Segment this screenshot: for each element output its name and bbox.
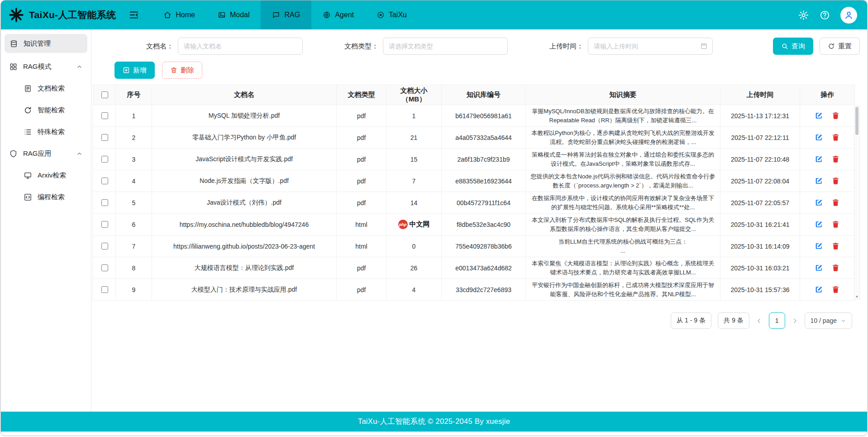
reset-button[interactable]: 重置 <box>820 38 860 55</box>
doc-type-input[interactable] <box>383 38 508 55</box>
doc-type-label: 文档类型： <box>344 42 378 51</box>
kb-summary: 平安银行作为中国金融创新的标杆，已成功将大模型技术深度应用于智能客服、风险评估和… <box>529 281 716 298</box>
row-select-cell <box>93 127 116 149</box>
edit-icon[interactable] <box>815 242 823 250</box>
delete-icon[interactable] <box>831 133 840 142</box>
help-icon[interactable] <box>819 10 830 21</box>
kb-summary: 本教程以Python为核心，逐步构建从贪吃蛇到飞机大战的完整游戏开发流程。贪吃蛇… <box>529 129 716 146</box>
delete-icon[interactable] <box>831 111 840 120</box>
sidebar-item-rag-mode[interactable]: RAG模式 <box>1 56 91 77</box>
delete-icon[interactable] <box>831 155 840 163</box>
edit-icon[interactable] <box>815 198 823 207</box>
settings-gear-icon[interactable] <box>798 10 809 21</box>
sidebar-item-doc-search[interactable]: 文档检索 <box>1 77 91 99</box>
row-checkbox[interactable] <box>101 134 108 141</box>
kb-summary: 策略模式是一种将算法封装在独立对象中，通过组合和委托实现多态的设计模式。在Jav… <box>529 150 716 168</box>
delete-icon[interactable] <box>831 264 840 272</box>
kb-summary: 本文深入剖析了分布式数据库中SQL的解析及执行全过程。SQL作为关系型数据库的核… <box>529 216 716 233</box>
delete-icon[interactable] <box>831 242 840 250</box>
add-button-label: 新增 <box>133 66 147 75</box>
row-index: 8 <box>116 257 152 279</box>
edit-icon[interactable] <box>815 111 823 120</box>
doc-type: pdf <box>337 149 386 170</box>
sidebar-item-rag-apps[interactable]: RAG应用 <box>1 143 91 164</box>
app-logo-icon <box>8 7 24 23</box>
row-actions <box>800 149 855 170</box>
doc-name: MySQL 加锁处理分析.pdf <box>152 105 337 127</box>
nav-item-rag[interactable]: RAG <box>261 0 311 29</box>
upload-time: 2025-11-13 17:12:31 <box>720 105 800 127</box>
add-button[interactable]: 新增 <box>114 62 155 79</box>
edit-icon[interactable] <box>815 285 823 294</box>
delete-icon[interactable] <box>831 198 840 207</box>
sidebar-item-special-search[interactable]: 特殊检索 <box>1 121 91 143</box>
sidebar-item-label: RAG应用 <box>23 149 52 158</box>
footer: TaiXu-人工智能系统 © 2025-2045 By xuesjie <box>1 412 867 432</box>
edit-icon[interactable] <box>815 155 823 163</box>
documents-table: 序号文档名文档类型文档大小（MB）知识库编号知识摘要上传时间操作 1MySQL … <box>93 85 855 301</box>
refresh-icon <box>24 106 32 115</box>
edit-icon[interactable] <box>815 220 823 229</box>
row-checkbox[interactable] <box>101 178 108 184</box>
row-checkbox[interactable] <box>101 199 108 206</box>
delete-icon[interactable] <box>831 285 840 294</box>
pagination-next-icon[interactable] <box>792 317 798 324</box>
top-header: TaiXu-人工智能系统 HomeModalRAGAgentTaiXu <box>1 0 867 29</box>
row-checkbox[interactable] <box>101 243 108 250</box>
php-logo-text: 中文网 <box>410 220 430 229</box>
doc-name: Node.js开发指南（文字版）.pdf <box>152 170 337 192</box>
kb-summary-cell: 在数据库同步系统中，设计模式的协同应用有效解决了复杂业务场景下的扩展性与稳定性问… <box>526 192 720 214</box>
scrollbar-thumb[interactable] <box>855 107 858 135</box>
sidebar-item-smart-search[interactable]: 智能检索 <box>1 99 91 121</box>
delete-button[interactable]: 删除 <box>162 62 202 79</box>
doc-size: 7 <box>412 178 416 185</box>
sidebar-item-code-search[interactable]: 编程检索 <box>1 186 91 208</box>
row-checkbox[interactable] <box>101 156 108 163</box>
pagination-page-1[interactable]: 1 <box>769 312 785 329</box>
pagination-prev-icon[interactable] <box>756 317 763 324</box>
row-index: 3 <box>116 149 152 170</box>
edit-icon[interactable] <box>815 133 823 142</box>
doc-size: 14 <box>410 199 418 206</box>
upload-time-input[interactable] <box>588 38 713 55</box>
nav-item-modal[interactable]: Modal <box>206 0 261 29</box>
row-checkbox[interactable] <box>101 286 108 293</box>
scrollbar-down-arrow[interactable]: ▼ <box>854 295 859 299</box>
taixu-icon <box>377 11 385 19</box>
nav-item-home[interactable]: Home <box>152 0 206 29</box>
menu-collapse-icon[interactable] <box>129 10 139 20</box>
delete-icon[interactable] <box>831 220 840 229</box>
search-button[interactable]: 查询 <box>773 38 813 55</box>
edit-icon[interactable] <box>815 177 823 185</box>
doc-size-cell: 4 <box>386 279 442 301</box>
filter-bar: 文档名： 文档类型： 上传时间： 查询 <box>93 38 860 55</box>
sidebar-item-label: 特殊检索 <box>38 128 65 136</box>
kb-id: 2a6f13b7c9f231b9 <box>442 149 526 170</box>
doc-name: Java设计模式（刘伟）.pdf <box>152 192 337 214</box>
kb-summary: 本索引聚焦《大规模语言模型：从理论到实践》核心概念，系统梳理关键术语与技术要点，… <box>529 259 716 277</box>
row-checkbox[interactable] <box>101 112 108 119</box>
row-index: 2 <box>116 127 152 149</box>
select-all-checkbox[interactable] <box>101 91 108 98</box>
doc-type: pdf <box>337 105 386 127</box>
sidebar-item-label: 知识管理 <box>24 39 51 48</box>
doc-type: pdf <box>337 192 386 214</box>
sidebar-item-arxiv-search[interactable]: Arxiv检索 <box>1 164 91 186</box>
sidebar-item-knowledge-management[interactable]: 知识管理 <box>5 34 87 53</box>
table-row: 9大模型入门：技术原理与实战应用.pdfpdf433cd9d2c727e6893… <box>93 279 855 301</box>
nav-item-label: RAG <box>284 11 300 19</box>
nav-item-taixu[interactable]: TaiXu <box>365 0 418 29</box>
db-icon <box>10 39 18 48</box>
row-checkbox[interactable] <box>101 264 108 271</box>
table-wrap: 序号文档名文档类型文档大小（MB）知识库编号知识摘要上传时间操作 1MySQL … <box>93 85 860 301</box>
row-checkbox[interactable] <box>101 221 108 228</box>
doc-name: https://my.oschina.net/hubbledb/blog/494… <box>152 214 337 235</box>
doc-name-input[interactable] <box>178 38 303 55</box>
page-size-select[interactable]: 10 / page <box>805 312 852 329</box>
edit-icon[interactable] <box>815 264 823 272</box>
avatar[interactable] <box>840 7 857 24</box>
nav-item-label: TaiXu <box>389 11 407 19</box>
doc-name-label: 文档名： <box>146 42 173 51</box>
delete-icon[interactable] <box>831 177 840 185</box>
nav-item-agent[interactable]: Agent <box>311 0 365 29</box>
